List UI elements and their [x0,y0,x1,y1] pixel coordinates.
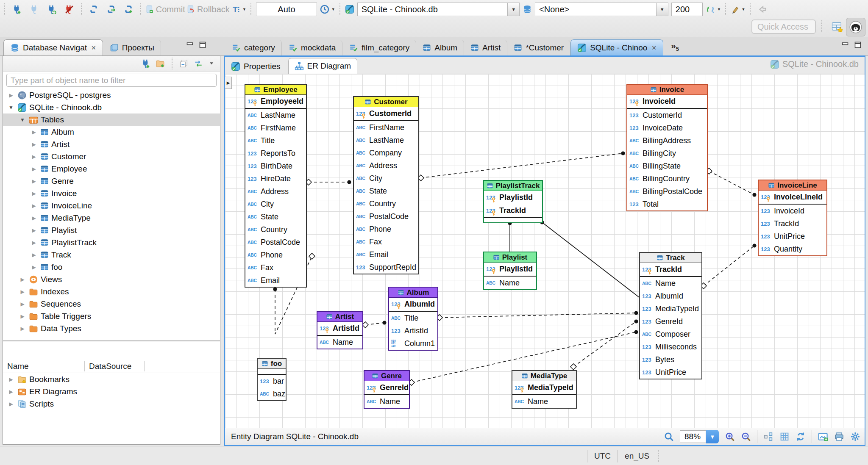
collapsed-expander-icon[interactable]: ▶ [19,313,26,319]
entity-Album[interactable]: Album123AlbumIdABCTitle123ArtistId010011… [388,287,438,351]
maximize-icon[interactable] [198,41,207,49]
close-icon[interactable]: ✕ [91,44,96,51]
entity-field-InvoiceLineId[interactable]: 123InvoiceLineId [759,191,826,204]
entity-field-Total[interactable]: 123Total [627,198,707,210]
back-button[interactable] [755,2,770,17]
editor-tab-artist[interactable]: Artist [464,40,507,55]
entity-field-ArtistId[interactable]: 123ArtistId [389,324,437,337]
entity-field-State[interactable]: ABCState [354,185,418,197]
entity-field-LastName[interactable]: ABCLastName [245,109,306,122]
collapsed-expander-icon[interactable]: ▶ [7,92,15,98]
entity-field-State[interactable]: ABCState [245,210,306,223]
collapsed-expander-icon[interactable]: ▶ [30,215,38,221]
entity-header[interactable]: Track [640,253,701,263]
sidebar-tab-проекты[interactable]: Проекты [103,40,161,55]
entity-field-AlbumId[interactable]: 123AlbumId [640,290,701,302]
column-name[interactable]: Name [3,362,84,371]
entity-field-InvoiceDate[interactable]: 123InvoiceDate [627,122,707,134]
collapsed-expander-icon[interactable]: ▶ [30,240,38,246]
tree-item-employee[interactable]: ▶Employee [3,163,220,175]
rollback-button[interactable]: Rollback [187,2,228,17]
project-item-scripts[interactable]: ▶Scripts [3,398,220,410]
entity-foo[interactable]: foo123barABCbaz [257,358,287,401]
inner-tab-properties[interactable]: Properties [225,59,287,74]
tree-item-postgresql-postgres[interactable]: ▶PostgreSQL - postgres [3,89,220,101]
entity-field-Quantity[interactable]: 123Quantity [759,243,826,255]
tree-item-playlisttrack[interactable]: ▶PlaylistTrack [3,236,220,249]
dbeaver-perspective-button[interactable] [846,18,865,36]
entity-field-Email[interactable]: ABCEmail [245,274,306,287]
entity-field-BillingCountry[interactable]: ABCBillingCountry [627,172,707,185]
entity-Track[interactable]: Track123TrackIdABCName123AlbumId123Media… [639,252,702,379]
datasource-combo[interactable]: SQLite - Chinook.db▼ [357,3,520,16]
tree-item-invoiceline[interactable]: ▶InvoiceLine [3,199,220,212]
collapsed-expander-icon[interactable]: ▶ [30,203,38,209]
reconnect-button[interactable] [45,2,59,17]
print-diagram-button[interactable] [834,432,844,442]
tree-item-indexes[interactable]: ▶Indexes [3,285,220,298]
tree-item-playlist[interactable]: ▶Playlist [3,224,220,236]
entity-field-PostalCode[interactable]: ABCPostalCode [245,236,306,249]
entity-field-FirstName[interactable]: ABCFirstName [354,121,418,134]
commit-button[interactable]: Commit [146,2,184,17]
diagram-settings-button[interactable] [850,432,860,442]
open-perspective-button[interactable] [830,19,844,34]
entity-header[interactable]: PlaylistTrack [484,181,542,191]
entity-field-Bytes[interactable]: 123Bytes [640,353,701,366]
schema-combo[interactable]: <None>▼ [535,3,668,16]
entity-field-GenreId[interactable]: 123GenreId [640,315,701,328]
collapsed-expander-icon[interactable]: ▶ [30,227,38,233]
entity-field-InvoiceId[interactable]: 123InvoiceId [759,205,826,217]
editor-tab-sqlite-chinoo[interactable]: SQLite - Chinoo✕ [570,39,663,55]
entity-field-Column1[interactable]: 010011110Column1 [389,337,437,350]
more-tabs-indicator[interactable]: »5 [671,41,679,52]
inner-tab-er-diagram[interactable]: ER Diagram [288,58,357,74]
tree-item-album[interactable]: ▶Album [3,126,220,138]
entity-field-FirstName[interactable]: ABCFirstName [245,122,306,134]
collapsed-expander-icon[interactable]: ▶ [30,264,38,270]
entity-field-UnitPrice[interactable]: 123UnitPrice [759,230,826,243]
entity-field-Country[interactable]: ABCCountry [354,197,418,210]
entity-header[interactable]: Customer [354,97,418,107]
entity-field-TrackId[interactable]: 123TrackId [484,204,542,217]
tree-item-sqlite-chinook-db[interactable]: ▼SQLite - Chinook.db [3,101,220,113]
entity-field-Phone[interactable]: ABCPhone [245,249,306,261]
nav-collapse-all-button[interactable] [179,59,189,68]
editor-tab-album[interactable]: Album [416,40,464,55]
auto-layout-button[interactable] [763,432,773,442]
relation-invoiceline-track[interactable] [704,246,754,286]
tree-item-mediatype[interactable]: ▶MediaType [3,212,220,224]
entity-field-bar[interactable]: 123bar [258,375,286,388]
relation-track-mediatype[interactable] [573,321,636,367]
entity-field-InvoiceId[interactable]: 123InvoiceId [627,95,707,108]
maximize-icon[interactable] [854,41,862,49]
zoom-in-button[interactable] [725,432,735,442]
quick-access-input[interactable]: Quick Access [751,19,816,34]
collapsed-expander-icon[interactable]: ▶ [30,252,38,258]
tree-item-genre[interactable]: ▶Genre [3,175,220,187]
entity-Invoice[interactable]: Invoice123InvoiceId123CustomerId123Invoi… [626,84,708,211]
entity-header[interactable]: foo [258,359,286,369]
open-sql-script-button[interactable] [104,2,118,17]
tree-item-data-types[interactable]: ▶Data Types [3,322,220,335]
relation-invoice-customer[interactable] [421,153,623,178]
sidebar-tab-database-navigat[interactable]: Database Navigat✕ [3,39,103,55]
tree-item-artist[interactable]: ▶Artist [3,138,220,150]
entity-header[interactable]: Artist [317,312,362,322]
entity-field-BillingState[interactable]: ABCBillingState [627,160,707,172]
editor-tab--customer[interactable]: *Customer [507,40,570,55]
auto-refresh-button[interactable]: ▼ [706,2,721,17]
collapsed-expander-icon[interactable]: ▶ [19,289,26,295]
entity-header[interactable]: Album [389,288,437,298]
close-icon[interactable]: ✕ [651,44,657,51]
entity-field-ArtistId[interactable]: 123ArtistId [317,322,362,335]
entity-field-Name[interactable]: ABCName [317,336,362,349]
tree-item-invoice[interactable]: ▶Invoice [3,187,220,199]
collapsed-expander-icon[interactable]: ▶ [30,178,38,184]
collapsed-expander-icon[interactable]: ▶ [30,154,38,160]
locale-indicator[interactable]: en_US [618,451,656,461]
format-button[interactable]: ▼ [731,2,745,17]
entity-field-MediaTypeId[interactable]: 123MediaTypeId [512,381,576,394]
entity-field-Email[interactable]: ABCEmail [354,248,418,261]
entity-PlaylistTrack[interactable]: PlaylistTrack123PlaylistId123TrackId [483,180,543,223]
